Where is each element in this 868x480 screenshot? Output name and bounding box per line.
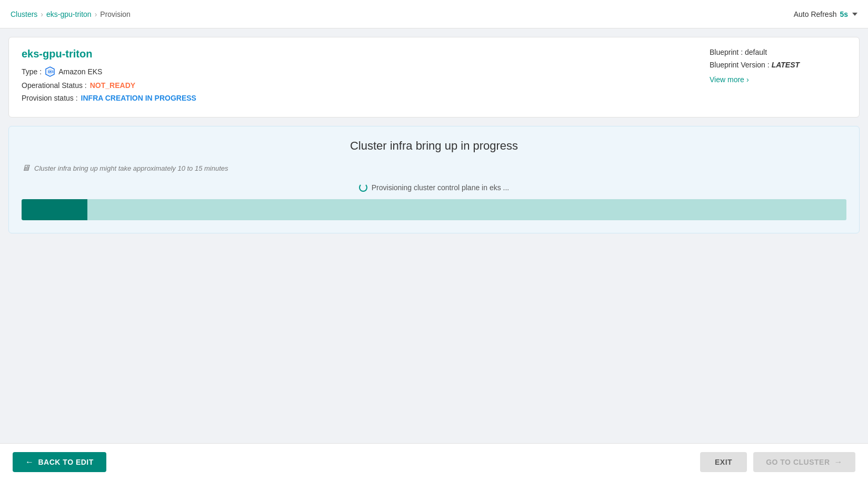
arrow-right-icon: → <box>834 457 843 467</box>
blueprint-value: default <box>745 48 767 56</box>
blueprint-label: Blueprint : <box>710 48 743 56</box>
auto-refresh-label: Auto Refresh <box>794 10 837 18</box>
go-to-cluster-button: GO TO CLUSTER → <box>753 452 855 472</box>
provision-status-row: Provision status : INFRA CREATION IN PRO… <box>22 94 689 102</box>
cluster-left-panel: eks-gpu-triton Type : EKS Amazon EKS Ope… <box>22 48 689 106</box>
type-row: Type : EKS Amazon EKS <box>22 66 689 77</box>
blueprint-version-row: Blueprint Version : LATEST <box>710 61 846 69</box>
operational-status-label: Operational Status : <box>22 81 87 90</box>
type-label: Type : <box>22 67 42 76</box>
chevron-down-icon <box>852 13 857 16</box>
provision-status-label: Provision status : <box>22 94 78 102</box>
auto-refresh-control[interactable]: Auto Refresh 5s <box>794 10 857 18</box>
exit-button[interactable]: EXIT <box>700 452 747 472</box>
breadcrumb-sep-2: › <box>95 10 97 18</box>
blueprint-row: Blueprint : default <box>710 48 846 56</box>
cluster-info-card: eks-gpu-triton Type : EKS Amazon EKS Ope… <box>8 37 860 117</box>
note-icon: 🖥 <box>22 163 30 173</box>
progress-note: 🖥 Cluster infra bring up might take appr… <box>22 163 846 173</box>
back-to-edit-button[interactable]: ← BACK TO EDIT <box>13 452 106 472</box>
breadcrumb-clusters-link[interactable]: Clusters <box>11 10 37 18</box>
view-more-link[interactable]: View more › <box>710 75 749 84</box>
progress-card: Cluster infra bring up in progress 🖥 Clu… <box>8 126 860 233</box>
breadcrumb: Clusters › eks-gpu-triton › Provision <box>11 10 131 18</box>
operational-status-row: Operational Status : NOT_READY <box>22 81 689 90</box>
chevron-right-icon: › <box>746 75 749 84</box>
progress-bar-container <box>22 199 846 220</box>
blueprint-version-value: LATEST <box>772 61 800 69</box>
type-value: Amazon EKS <box>58 67 102 76</box>
spinner-icon <box>359 183 367 192</box>
provision-status-value: INFRA CREATION IN PROGRESS <box>81 94 196 102</box>
progress-bar-fill <box>22 199 87 220</box>
breadcrumb-current-page: Provision <box>100 10 131 18</box>
cluster-name: eks-gpu-triton <box>22 48 689 60</box>
footer: ← BACK TO EDIT EXIT GO TO CLUSTER → <box>0 443 868 480</box>
operational-status-value: NOT_READY <box>90 81 135 90</box>
progress-note-text: Cluster infra bring up might take approx… <box>34 164 228 172</box>
breadcrumb-sep-1: › <box>41 10 43 18</box>
progress-step-label: Provisioning cluster control plane in ek… <box>372 183 509 192</box>
auto-refresh-value: 5s <box>840 10 848 18</box>
main-content: eks-gpu-triton Type : EKS Amazon EKS Ope… <box>0 28 868 443</box>
eks-icon: EKS <box>45 66 55 77</box>
progress-title: Cluster infra bring up in progress <box>22 139 846 153</box>
svg-text:EKS: EKS <box>48 70 54 73</box>
footer-right-buttons: EXIT GO TO CLUSTER → <box>700 452 855 472</box>
progress-step: Provisioning cluster control plane in ek… <box>22 183 846 192</box>
cluster-right-panel: Blueprint : default Blueprint Version : … <box>710 48 846 106</box>
breadcrumb-cluster-name-link[interactable]: eks-gpu-triton <box>46 10 92 18</box>
blueprint-version-label: Blueprint Version : <box>710 61 770 69</box>
arrow-left-icon: ← <box>25 457 34 467</box>
top-bar: Clusters › eks-gpu-triton › Provision Au… <box>0 0 868 28</box>
